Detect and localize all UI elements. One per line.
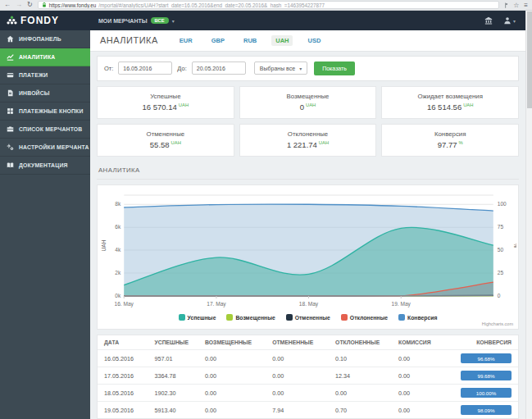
chart-panel-title: АНАЛИТИКА <box>97 163 519 180</box>
sidebar-item-analytics[interactable]: АНАЛИТИКА <box>0 48 90 66</box>
sidebar-item-label: ИНФОПАНЕЛЬ <box>19 36 61 42</box>
svg-text:0k: 0k <box>115 293 121 298</box>
svg-text:2k: 2k <box>115 270 121 276</box>
svg-text:50: 50 <box>498 247 504 253</box>
merchant-portal-icon[interactable] <box>484 16 493 25</box>
table-row: 17.05.20163364.780.000.0012.340.0099.68% <box>98 367 518 385</box>
legend-item-1[interactable]: Возмещенные <box>226 314 275 321</box>
cell-declined: 0.10 <box>329 350 392 367</box>
home-icon <box>7 35 15 43</box>
address-bar[interactable]: https://www.fondy.eu/mportal/#/analytics… <box>38 1 499 9</box>
conversion-badge: 100.00% <box>461 388 512 398</box>
merchants-dropdown[interactable]: МОИ МЕРЧАНТЫ ВСЕ ▾ <box>98 17 175 24</box>
cell-refunded: 0.00 <box>198 402 266 419</box>
stat-unit: UAH <box>171 140 181 145</box>
topnav: FONDY МОИ МЕРЧАНТЫ ВСЕ ▾ ▾ <box>0 11 525 30</box>
column-header-4: ОТКЛОНЕННЫЕ <box>329 335 392 350</box>
merchants-select[interactable]: Выбраны все ▾ <box>254 61 307 75</box>
sidebar-item-label: СПИСОК МЕРЧАНТОВ <box>19 126 82 132</box>
sidebar-item-dashboard[interactable]: ИНФОПАНЕЛЬ <box>0 30 90 48</box>
fondy-logo[interactable]: FONDY <box>7 15 89 26</box>
svg-text:19. May: 19. May <box>392 301 412 307</box>
url-domain: https://www.fondy.eu <box>49 2 97 8</box>
scrollbar-thumb[interactable] <box>527 11 532 108</box>
stat-value: 0UAH <box>243 102 373 112</box>
merchants-select-value: Выбраны все <box>260 66 295 71</box>
column-header-1: УСПЕШНЫЕ <box>148 335 199 350</box>
sidebar-item-label: ПЛАТЕЖИ <box>19 72 48 78</box>
chevron-down-icon: ▾ <box>513 18 516 24</box>
sidebar-item-documentation[interactable]: ДОКУМЕНТАЦИЯ <box>0 157 90 175</box>
stat-card-3: Отмененные55.58UAH <box>97 124 234 157</box>
tab-currency-rub[interactable]: RUB <box>239 35 261 46</box>
user-menu[interactable]: ▾ <box>503 16 516 25</box>
url-path: /mportal/#/analytics/UAH?start_date=16.0… <box>98 2 325 8</box>
sidebar-item-merchant-settings[interactable]: НАСТРОЙКИ МЕРЧАНТА <box>0 139 90 157</box>
cell-date: 16.05.2016 <box>98 350 148 367</box>
page-tools-icon[interactable] <box>504 2 508 8</box>
cell-reversed: 0.00 <box>266 367 329 385</box>
cell-reversed: 0.00 <box>266 385 329 402</box>
main-content: АНАЛИТИКА EURGBPRUBUAHUSD От: До: Выбран… <box>90 30 525 419</box>
cell-reversed: 7.94 <box>266 402 329 419</box>
conversion-badge: 98.09% <box>461 405 512 415</box>
page-title: АНАЛИТИКА <box>100 35 158 45</box>
cell-date: 17.05.2016 <box>98 367 148 385</box>
svg-text:6k: 6k <box>115 224 121 230</box>
sidebar-item-invoices[interactable]: ИНВОЙСЫ <box>0 84 90 102</box>
stat-label: Конверсия <box>385 130 515 138</box>
svg-text:18. May: 18. May <box>299 301 319 307</box>
cell-declined: 0.00 <box>329 385 392 402</box>
tab-currency-uah[interactable]: UAH <box>271 35 293 46</box>
cell-refunded: 0.00 <box>198 385 266 402</box>
legend-item-3[interactable]: Отклоненные <box>341 314 388 321</box>
table-row: 19.05.20165913.400.007.940.700.0098.09% <box>98 402 518 419</box>
legend-label: Отклоненные <box>350 315 388 321</box>
user-icon <box>503 16 512 25</box>
sidebar-item-payments[interactable]: ПЛАТЕЖИ <box>0 66 90 84</box>
show-button[interactable]: Показать <box>314 61 355 75</box>
legend-item-2[interactable]: Отмененные <box>286 314 330 321</box>
table-row: 16.05.2016957.010.000.000.100.0096.68% <box>98 350 518 367</box>
invoice-icon <box>7 89 15 97</box>
svg-text:16. May: 16. May <box>115 301 134 307</box>
date-from-label: От: <box>104 65 113 72</box>
cell-refunded: 0.00 <box>198 367 266 385</box>
bookmark-star-icon[interactable]: ☆ <box>513 2 519 9</box>
tab-currency-eur[interactable]: EUR <box>175 35 197 46</box>
stat-card-2: Ожидает возмещения16 514.56UAH <box>381 86 519 119</box>
page-scrollbar[interactable] <box>525 11 532 419</box>
sidebar-item-merchant-list[interactable]: СПИСОК МЕРЧАНТОВ <box>0 121 90 139</box>
legend-swatch <box>341 314 348 321</box>
tab-currency-usd[interactable]: USD <box>303 35 325 46</box>
tab-currency-gbp[interactable]: GBP <box>207 35 229 46</box>
browser-actions: ☆ ≡ <box>504 2 528 9</box>
legend-label: Возмещенные <box>235 315 275 321</box>
stat-value: 16 514.56UAH <box>385 102 515 112</box>
chevron-down-icon: ▾ <box>299 66 302 71</box>
cell-declined: 0.70 <box>329 402 392 419</box>
highcharts-credit: Highcharts.com <box>99 321 516 328</box>
cell-reversed: 0.00 <box>266 350 329 367</box>
legend-swatch <box>398 314 405 321</box>
browser-back-icon[interactable]: ← <box>4 2 11 8</box>
cell-success: 5913.40 <box>148 402 199 419</box>
column-header-0: ДАТА <box>98 335 148 350</box>
analytics-chart: 0k2k4k6k8k0255075100UAH%16. May17. May18… <box>99 189 516 312</box>
legend-item-0[interactable]: Успешные <box>179 314 216 321</box>
date-to-label: До: <box>177 65 186 72</box>
stat-unit: UAH <box>319 140 329 145</box>
date-from-input[interactable] <box>118 61 172 75</box>
browser-chrome: ← → ↻ https://www.fondy.eu/mportal/#/ana… <box>0 0 532 11</box>
stat-unit: % <box>458 140 462 145</box>
browser-reload-icon[interactable]: ↻ <box>27 2 33 8</box>
date-to-input[interactable] <box>192 61 246 75</box>
fondy-logo-icon <box>7 16 17 25</box>
legend-item-4[interactable]: Конверсия <box>398 314 437 321</box>
browser-forward-icon[interactable]: → <box>16 2 22 8</box>
sidebar-item-payment-buttons[interactable]: ПЛАТЕЖНЫЕ КНОПКИ <box>0 102 90 121</box>
stat-value: 1 221.74UAH <box>243 140 373 149</box>
app-window: FONDY МОИ МЕРЧАНТЫ ВСЕ ▾ ▾ ИНФОПАНЕЛЬАНА… <box>0 11 525 419</box>
browser-menu-icon[interactable]: ≡ <box>524 2 528 9</box>
conversion-badge: 99.68% <box>461 371 512 380</box>
